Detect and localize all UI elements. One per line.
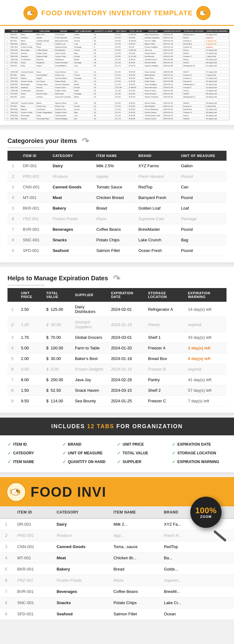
th-expwarn: EXPIRATION WARNING — [184, 288, 227, 302]
table-row: 4 MT-001 Meat Chicken Breast Barnyard Fr… — [7, 192, 227, 203]
item-name: Orange Juice — [35, 83, 54, 86]
exp-warn: 10 day(s) left — [205, 86, 229, 89]
feature-label: CATEGORY — [13, 451, 34, 455]
item-id: MT-001 — [9, 39, 20, 42]
zoom-percent: 100% — [195, 506, 217, 515]
unit-price: $ 3.50 — [115, 95, 128, 98]
category: Canned Goods — [20, 70, 36, 73]
total-val: $ 41.60 — [128, 89, 144, 92]
item-id: PRD-001 — [18, 171, 48, 182]
unit: Pound — [73, 36, 93, 39]
brand: Third Quarter — [54, 114, 73, 117]
row-num: 3 — [5, 39, 9, 42]
total-val: $ 45.00 — [128, 114, 144, 117]
brand: Lake Crunch — [54, 52, 73, 55]
category: Canned Goods — [20, 102, 36, 105]
qty: 22 — [93, 70, 115, 73]
table-row: 5 2.00 $ 30.00 Baker's Best 2024-01-18 B… — [7, 353, 227, 364]
th-expdate: EXPIRATION DATE — [107, 288, 144, 302]
supplier: Baker's Best — [144, 42, 162, 45]
total-val: $ 49.50 — [128, 70, 144, 73]
item-id: MT-003 — [9, 105, 20, 108]
category: Frozen Foods — [20, 80, 36, 83]
unit-price: 8.00 — [17, 375, 42, 385]
item-id: DR-003 — [9, 64, 20, 67]
category: Seafood — [48, 245, 92, 256]
unit-price: 1.50 — [17, 385, 42, 396]
unit: Pound — [177, 245, 227, 256]
total-val: $ 100.00 — [42, 343, 71, 353]
unit-price: $ 1.80 — [115, 92, 128, 95]
table-row: 4 MT-001 Meat Chicken Br... Ba... — [0, 552, 234, 564]
row-num: 13 — [5, 70, 9, 73]
exp-date: 2024-01-18 — [107, 353, 144, 364]
qty: 28 — [93, 58, 115, 61]
feature-label: BRAND — [68, 442, 81, 447]
brand: Fresh Harvest — [134, 171, 177, 182]
item-id: PRD-001 — [12, 530, 51, 541]
item-id: SNC-001 — [18, 235, 48, 245]
table-row: 23 CNN-004 Canned Goods Beans Nature's B… — [5, 102, 229, 105]
storage: Freezer B — [182, 45, 205, 49]
item-name: Bread — [92, 203, 134, 214]
feature-label: UNIT OF MEASURE — [68, 451, 103, 455]
category: Dairy — [20, 64, 36, 67]
category: Beverages — [20, 114, 36, 117]
table-row: 16 FRZ-002 Frozen Foods Ice Cream Sweet … — [5, 80, 229, 83]
zoom-badge: 100% ZOOM — [190, 497, 222, 528]
table-row: 1 DR-001 Dairy Milk 2.5% XYZ Farms Gallo… — [7, 161, 227, 171]
feature-label: EXPIRATION WARNING — [178, 460, 219, 464]
qty: 22 — [93, 92, 115, 95]
brand: XYZ Farms — [54, 33, 73, 36]
category: Snacks — [51, 597, 108, 608]
item-name: Shrimp — [35, 86, 54, 89]
category: Beverages — [20, 49, 36, 52]
unit: Can — [177, 182, 227, 192]
unit: Pint — [73, 80, 93, 83]
table-row: 3 MT-001 Meat Chicken Breast Barnyard Fr… — [5, 39, 229, 42]
qty: 18 — [93, 86, 115, 89]
table-row: 13 CNN-002 Canned Goods Soup Cozy Kitche… — [5, 70, 229, 73]
item-id: MT-002 — [9, 73, 20, 77]
storage: Freezer B — [144, 364, 184, 375]
brand: BrewMaster — [134, 224, 177, 235]
storage: Refrigerator A — [144, 302, 184, 317]
exp-date: 2024-03-01 — [107, 332, 144, 343]
col-expwarn: EXPIRATION WARNING — [205, 30, 229, 33]
exp-date: 2024-02-01 — [162, 33, 182, 36]
item-name: Cheese — [35, 95, 54, 98]
th-itemname: ITEM NAME — [109, 506, 159, 519]
table-row: 17 BVR-002 Beverages Orange Juice Sunris… — [5, 83, 229, 86]
brand: Golde... — [159, 564, 200, 575]
total-val: $ 30.00 — [128, 42, 144, 45]
unit: Can — [73, 70, 93, 73]
brand: Lake Crunch — [134, 235, 177, 245]
item-id: FRZ-001 — [12, 575, 51, 586]
th-itemid: ITEM ID — [18, 151, 48, 161]
storage: Bread Box — [182, 42, 205, 45]
checkmark-icon: ✓ — [117, 459, 121, 464]
table-row: 6 0.50 $ 5.00 Frozen Delights 2024-01-10… — [7, 364, 227, 375]
item-id: CNN-001 — [18, 182, 48, 192]
exp-date: 2024-01-25 — [107, 396, 144, 406]
exp-warn: 7 day(s) left — [184, 396, 227, 406]
total-val: $ 114.00 — [128, 55, 144, 58]
total-val: $ 40.00 — [128, 108, 144, 111]
item-id: BKR-001 — [12, 564, 51, 575]
unit: Package — [177, 214, 227, 224]
exp-warn: 2 day(s) left — [205, 39, 229, 42]
category: Condiments — [20, 58, 36, 61]
qty: 20 — [93, 39, 115, 42]
qty: 12 — [93, 95, 115, 98]
item-name: Salmon Fillet — [35, 55, 54, 58]
unit: Pound — [177, 224, 227, 235]
row-num: 2 — [7, 317, 17, 332]
row-num: 27 — [5, 114, 9, 117]
supplier: Bagel Bliss — [144, 77, 162, 80]
category: Bakery — [20, 77, 36, 80]
unit-price: $ 1.75 — [115, 117, 128, 120]
brand: RedTop — [159, 541, 200, 552]
checkmark-icon: ✓ — [7, 459, 11, 464]
storage: Pantry — [182, 114, 205, 117]
table-row: 5 BKR-001 Bakery Bread Golde... — [0, 564, 234, 575]
